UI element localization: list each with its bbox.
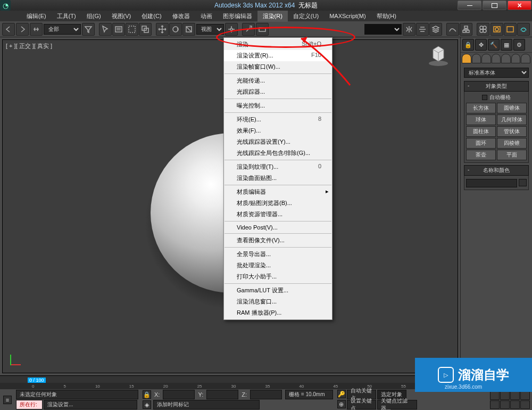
menu-item[interactable]: 光跟踪器... (224, 86, 332, 97)
align-button[interactable] (416, 23, 429, 36)
primitive-button[interactable]: 平面 (497, 150, 527, 160)
orbit-button[interactable] (500, 400, 510, 409)
primitive-button[interactable]: 茶壶 (466, 150, 496, 160)
menu-item[interactable]: 材质资源管理器... (224, 209, 332, 220)
close-button[interactable] (508, 1, 531, 10)
z-input[interactable] (250, 390, 282, 399)
named-sel-dropdown[interactable] (364, 24, 402, 35)
menu-item[interactable]: 渲染消息窗口... (224, 296, 332, 307)
key-icon[interactable]: 🔑 (337, 390, 346, 398)
menu-edit[interactable]: 编辑(E) (21, 11, 52, 22)
min-max-button[interactable] (520, 400, 530, 409)
menu-item[interactable]: 查看图像文件(V)... (224, 235, 332, 246)
redo-button[interactable] (16, 23, 29, 36)
mirror-button[interactable] (403, 23, 415, 36)
zoom-button[interactable] (500, 391, 510, 400)
menu-item[interactable]: 效果(F)... (224, 125, 332, 136)
autogrid-checkbox[interactable] (482, 95, 487, 100)
menu-rendering[interactable]: 渲染(R) (257, 11, 288, 22)
category-dropdown[interactable]: 标准基本体 (464, 68, 529, 78)
select-region-button[interactable] (126, 23, 138, 36)
time-tag-button[interactable]: 添加时间标记 (153, 400, 260, 409)
x-input[interactable] (163, 390, 195, 399)
menu-customize[interactable]: 自定义(U) (288, 11, 324, 22)
pan-button[interactable] (490, 391, 500, 400)
link-button[interactable] (30, 23, 43, 36)
menu-views[interactable]: 视图(V) (106, 11, 137, 22)
fov-button[interactable] (520, 391, 530, 400)
name-color-rollout-header[interactable]: 名称和颜色 (464, 165, 529, 176)
select-button[interactable] (99, 23, 112, 36)
viewcube-icon[interactable] (427, 43, 450, 67)
primitive-button[interactable]: 四棱锥 (497, 138, 527, 149)
zoom-extents-button[interactable] (510, 391, 520, 400)
menu-help[interactable]: 帮助(H) (371, 11, 402, 22)
minimize-button[interactable] (458, 1, 481, 10)
set-key-icon[interactable]: ⊕ (337, 400, 346, 408)
tab-cameras[interactable] (492, 54, 501, 63)
hammer-icon[interactable]: 🔨 (488, 39, 500, 51)
menu-tools[interactable]: 工具(T) (52, 11, 81, 22)
primitive-button[interactable]: 管状体 (497, 126, 527, 137)
menu-group[interactable]: 组(G) (81, 11, 106, 22)
manipulate-button[interactable] (242, 23, 255, 36)
render-setup-button[interactable] (491, 23, 503, 36)
primitive-button[interactable]: 圆柱体 (466, 126, 496, 137)
menu-item[interactable]: 渲染Shift+Q (224, 39, 332, 50)
lock-selection-button[interactable]: 🔒 (143, 390, 151, 399)
tab-spacewarps[interactable] (511, 54, 521, 63)
primitive-button[interactable]: 球体 (466, 114, 496, 125)
menu-graph[interactable]: 图形编辑器 (218, 11, 257, 22)
menu-item[interactable]: 打印大小助手... (224, 271, 332, 282)
menu-maxscript[interactable]: MAXScript(M) (324, 11, 371, 21)
menu-modifiers[interactable]: 修改器 (167, 11, 195, 22)
primitive-button[interactable]: 圆环 (466, 138, 496, 149)
y-input[interactable] (206, 390, 238, 399)
rotate-button[interactable] (169, 23, 182, 36)
select-name-button[interactable] (112, 23, 125, 36)
key-filters-button[interactable]: 关键点过滤器... (377, 400, 417, 409)
layers-button[interactable] (429, 23, 442, 36)
render-button[interactable] (517, 23, 530, 36)
menu-item[interactable]: Gamma/LUT 设置... (224, 285, 332, 296)
tab-systems[interactable] (521, 54, 530, 63)
keyboard-shortcut-button[interactable] (256, 23, 269, 36)
menu-item[interactable]: 光线跟踪全局包含/排除(G)... (224, 147, 332, 159)
material-editor-button[interactable] (477, 23, 489, 36)
menu-animation[interactable]: 动画 (195, 11, 218, 22)
tab-geometry[interactable] (462, 54, 471, 63)
move-button[interactable] (156, 23, 169, 36)
primitive-button[interactable]: 长方体 (466, 103, 496, 113)
object-color-swatch[interactable] (519, 179, 527, 186)
pivot-button[interactable] (225, 23, 238, 36)
select-tool-icon[interactable]: ✥ (475, 39, 487, 51)
tab-shapes[interactable] (472, 54, 481, 63)
ref-coord-dropdown[interactable]: 视图 (196, 24, 224, 35)
menu-item[interactable]: 光能传递... (224, 75, 332, 86)
window-crossing-button[interactable] (139, 23, 152, 36)
isolate-button[interactable]: ◈ (143, 400, 151, 409)
scale-button[interactable] (182, 23, 195, 36)
maximize-vp-button[interactable] (510, 400, 520, 409)
menu-item[interactable]: 批处理渲染... (224, 260, 332, 271)
command-prompt[interactable]: 渲染设置... (44, 400, 137, 409)
menu-item[interactable]: 材质/贴图浏览器(B)... (224, 198, 332, 209)
lock-icon[interactable]: 🔒 (462, 39, 474, 51)
object-type-rollout-header[interactable]: 对象类型 (464, 81, 529, 92)
menu-item[interactable]: 渲染帧窗口(W)... (224, 61, 332, 72)
menu-item[interactable]: 曝光控制... (224, 100, 332, 111)
filter-button[interactable] (82, 23, 95, 36)
setkey-button[interactable]: 设置关键点 (347, 400, 376, 409)
menu-item[interactable]: 渲染设置(R)...F10 (224, 50, 332, 61)
utility-icon[interactable]: ⚙ (513, 39, 525, 51)
autogrid-row[interactable]: 自动栅格 (466, 94, 527, 101)
tab-lights[interactable] (481, 54, 491, 63)
zoom-all-button[interactable] (490, 400, 500, 409)
menu-item[interactable]: 渲染曲面贴图... (224, 173, 332, 184)
undo-button[interactable] (2, 23, 15, 36)
menu-item[interactable]: 渲染到纹理(T)...0 (224, 161, 332, 173)
menu-item[interactable]: RAM 播放器(P)... (224, 307, 332, 318)
maximize-button[interactable] (483, 1, 506, 10)
viewport-label[interactable]: [ + ][ 正交 ][ 真实 ] (6, 42, 52, 50)
selection-set-dropdown[interactable]: 全部 (44, 24, 81, 35)
